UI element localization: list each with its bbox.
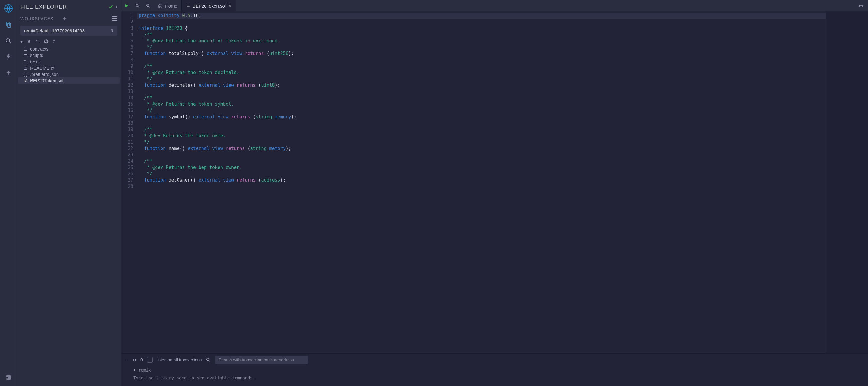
- compile-icon[interactable]: [3, 52, 14, 63]
- file-icon: 🗎: [23, 78, 28, 83]
- workspaces-label: WORKSPACES: [21, 16, 59, 21]
- code-line[interactable]: pragma solidity 0.5.16;: [137, 13, 826, 19]
- github-icon[interactable]: [44, 39, 49, 44]
- tree-item-contracts[interactable]: 🗀contracts: [18, 46, 120, 52]
- code-line[interactable]: /**: [137, 32, 826, 38]
- svg-point-3: [6, 39, 10, 42]
- tree-item-label: .prettierrc.json: [30, 72, 59, 77]
- terminal-toolbar: ⌄ ⊘ 0 listen on all transactions Search …: [121, 354, 868, 366]
- new-file-icon[interactable]: 🗎: [27, 39, 31, 44]
- code-area[interactable]: pragma solidity 0.5.16; interface IBEP20…: [137, 11, 826, 353]
- code-line[interactable]: * @dev Returns the amount of tokens in e…: [137, 38, 826, 44]
- tree-toolbar: ▾ 🗎 🗀 ⤴: [17, 38, 121, 46]
- code-line[interactable]: /**: [137, 63, 826, 70]
- tree-item-README-txt[interactable]: 🗎README.txt: [18, 65, 120, 71]
- workspace-selector[interactable]: remixDefault_1677920814293 ⇅: [21, 26, 117, 36]
- updown-icon: ⇅: [111, 29, 114, 33]
- upload-icon[interactable]: ⤴: [53, 39, 55, 44]
- code-line[interactable]: function totalSupply() external view ret…: [137, 50, 826, 57]
- code-line[interactable]: */: [137, 107, 826, 114]
- code-line[interactable]: */: [137, 76, 826, 82]
- code-line[interactable]: */: [137, 44, 826, 50]
- tab-file-label: BEP20Token.sol: [193, 3, 226, 8]
- code-line[interactable]: [137, 183, 826, 190]
- file-explorer-panel: FILE EXPLORER ✔ › WORKSPACES ＋ ☰ remixDe…: [17, 0, 121, 386]
- terminal-panel: ⌄ ⊘ 0 listen on all transactions Search …: [121, 353, 868, 386]
- close-tab-button[interactable]: ✕: [228, 3, 232, 8]
- expand-editor-button[interactable]: [854, 4, 868, 8]
- tree-item-label: README.txt: [30, 65, 56, 70]
- tree-item-label: tests: [30, 59, 40, 64]
- terminal-search-icon[interactable]: [206, 357, 211, 362]
- zoom-out-button[interactable]: [132, 0, 143, 11]
- file-explorer-title: FILE EXPLORER: [21, 4, 106, 10]
- tree-item-scripts[interactable]: 🗀scripts: [18, 52, 120, 59]
- code-line[interactable]: [137, 89, 826, 95]
- svg-point-6: [207, 358, 209, 361]
- tab-home[interactable]: Home: [154, 0, 182, 11]
- tab-file[interactable]: BEP20Token.sol ✕: [182, 0, 236, 11]
- code-line[interactable]: */: [137, 171, 826, 177]
- code-line[interactable]: function symbol() external view returns …: [137, 114, 826, 120]
- svg-rect-2: [7, 24, 10, 27]
- file-explorer-icon[interactable]: [3, 19, 14, 30]
- code-line[interactable]: /**: [137, 158, 826, 165]
- code-line[interactable]: /**: [137, 95, 826, 101]
- code-line[interactable]: * @dev Returns the token symbol.: [137, 101, 826, 107]
- pending-tx-count: 0: [141, 357, 143, 362]
- plugin-manager-icon[interactable]: [3, 372, 14, 382]
- tree-item-label: contracts: [30, 46, 49, 51]
- code-line[interactable]: [137, 152, 826, 158]
- terminal-line-1: Type the library name to see available c…: [133, 375, 856, 381]
- deploy-icon[interactable]: [3, 68, 14, 79]
- add-workspace-button[interactable]: ＋: [62, 14, 68, 23]
- check-icon[interactable]: ✔: [109, 4, 113, 10]
- solidity-file-icon: [186, 4, 190, 8]
- editor-main: Home BEP20Token.sol ✕ 123456789101112131…: [121, 0, 868, 386]
- chevron-right-icon[interactable]: ›: [116, 4, 117, 10]
- tree-item-BEP20Token-sol[interactable]: 🗎BEP20Token.sol: [18, 77, 120, 84]
- run-button[interactable]: [121, 0, 132, 11]
- folder-icon: 🗀: [23, 59, 28, 64]
- terminal-search-input[interactable]: Search with transaction hash or address: [215, 356, 308, 364]
- code-line[interactable]: * @dev Returns the bep token owner.: [137, 165, 826, 171]
- listen-checkbox[interactable]: [147, 357, 153, 362]
- terminal-search-placeholder: Search with transaction hash or address: [218, 357, 294, 362]
- line-gutter: 1234567891011121314151617181920212223242…: [121, 11, 137, 353]
- code-editor[interactable]: 1234567891011121314151617181920212223242…: [121, 11, 868, 353]
- workspaces-row: WORKSPACES ＋ ☰: [17, 13, 121, 24]
- terminal-line-0: remix: [138, 367, 151, 373]
- tree-item-label: BEP20Token.sol: [30, 78, 63, 83]
- hamburger-menu-icon[interactable]: ☰: [112, 15, 117, 22]
- code-line[interactable]: function getOwner() external view return…: [137, 177, 826, 183]
- code-line[interactable]: function decimals() external view return…: [137, 82, 826, 89]
- tree-item-label: scripts: [30, 53, 43, 58]
- tab-home-label: Home: [165, 3, 177, 8]
- minimap[interactable]: [826, 11, 868, 353]
- code-line[interactable]: */: [137, 139, 826, 145]
- code-line[interactable]: /**: [137, 127, 826, 133]
- braces-icon: { }: [23, 72, 28, 77]
- terminal-collapse-icon[interactable]: ⌄: [125, 357, 128, 362]
- code-line[interactable]: [137, 19, 826, 25]
- remix-logo-icon[interactable]: [3, 3, 14, 14]
- code-line[interactable]: [137, 57, 826, 63]
- listen-label: listen on all transactions: [157, 357, 202, 362]
- new-folder-icon[interactable]: 🗀: [35, 39, 39, 44]
- svg-rect-1: [6, 22, 9, 26]
- code-line[interactable]: interface IBEP20 {: [137, 25, 826, 32]
- code-line[interactable]: function name() external view returns (s…: [137, 145, 826, 152]
- code-line[interactable]: [137, 120, 826, 127]
- terminal-output[interactable]: • remix Type the library name to see ava…: [121, 366, 868, 386]
- tree-item--prettierrc-json[interactable]: { }.prettierrc.json: [18, 71, 120, 77]
- code-line[interactable]: * @dev Returns the token decimals.: [137, 70, 826, 76]
- workspace-selector-value: remixDefault_1677920814293: [24, 28, 85, 33]
- file-tree: 🗀contracts🗀scripts🗀tests🗎README.txt{ }.p…: [17, 46, 121, 386]
- search-icon[interactable]: [3, 36, 14, 46]
- zoom-in-button[interactable]: [143, 0, 154, 11]
- tree-item-tests[interactable]: 🗀tests: [18, 59, 120, 65]
- file-icon: 🗎: [23, 65, 28, 70]
- code-line[interactable]: * @dev Returns the token name.: [137, 133, 826, 139]
- clear-terminal-icon[interactable]: ⊘: [133, 357, 136, 362]
- tree-collapse-icon[interactable]: ▾: [21, 39, 23, 44]
